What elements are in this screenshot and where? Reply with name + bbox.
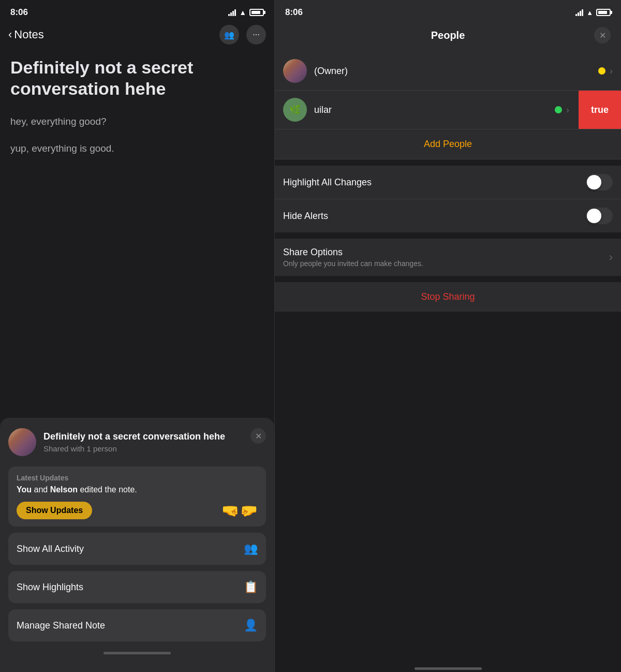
manage-shared-note-row[interactable]: Manage Shared Note 👤	[8, 609, 266, 641]
manage-shared-note-label: Manage Shared Note	[17, 620, 105, 631]
back-button[interactable]: ‹ Notes	[8, 28, 44, 41]
right-status-bar: 8:06 ▲	[275, 0, 621, 21]
add-people-label: Add People	[424, 139, 472, 149]
hide-alerts-label: Hide Alerts	[283, 211, 328, 222]
person-circle-icon: 👤	[244, 619, 258, 632]
people-body: (Owner) › 🌿 uilar › true Add People High…	[275, 52, 621, 663]
right-panel: 8:06 ▲ People ✕ (Owner) ›	[274, 0, 621, 672]
home-bar-right	[415, 667, 482, 670]
right-status-icons: ▲	[575, 9, 611, 17]
left-time: 8:06	[10, 7, 28, 18]
stop-sharing-label: Stop Sharing	[421, 291, 475, 302]
highlight-changes-toggle[interactable]	[586, 174, 613, 191]
sheet-note-title: Definitely not a secret conversation heh…	[43, 431, 225, 443]
show-highlights-row[interactable]: Show Highlights 📋	[8, 571, 266, 603]
nav-bar: ‹ Notes 👥 ···	[0, 21, 274, 51]
show-highlights-label: Show Highlights	[17, 582, 83, 593]
highlight-changes-label: Highlight All Changes	[283, 177, 372, 188]
share-options-chevron-icon: ›	[609, 251, 613, 264]
people-title: People	[302, 30, 594, 41]
toggle-knob-alerts	[587, 209, 601, 223]
left-status-icons: ▲	[228, 8, 264, 17]
hide-alerts-row: Hide Alerts	[275, 199, 621, 232]
note-body: hey, everything good? yup, everything is…	[10, 114, 264, 157]
left-panel: 8:06 ▲ ‹ Notes 👥 ···	[0, 0, 274, 672]
list-icon: 📋	[244, 580, 258, 594]
owner-name: (Owner)	[314, 66, 598, 77]
owner-status-dot	[598, 67, 605, 75]
updates-text: You and Nelson edited the note.	[17, 485, 258, 494]
sheet-title-group: Definitely not a secret conversation heh…	[43, 431, 225, 453]
owner-chevron-icon: ›	[610, 66, 613, 77]
nelson-text: Nelson	[50, 485, 78, 494]
close-icon: ✕	[255, 431, 262, 441]
sheet-header: Definitely not a secret conversation heh…	[8, 428, 266, 456]
sheet-avatar	[8, 428, 36, 456]
nav-icons: 👥 ···	[219, 25, 266, 45]
aguila-chevron-icon: ›	[566, 105, 569, 115]
right-wifi-icon: ▲	[586, 9, 593, 17]
aguila-status-dot	[555, 106, 562, 113]
edited-text: edited the note.	[78, 485, 137, 494]
updates-card: Latest Updates You and Nelson edited the…	[8, 466, 266, 527]
note-title: Definitely not a secret conversation heh…	[10, 57, 264, 99]
owner-row[interactable]: (Owner) ›	[275, 52, 621, 91]
signal-icon	[228, 9, 236, 16]
updates-bottom: Show Updates 🤜🤛	[17, 502, 258, 519]
home-indicator-right	[275, 663, 621, 672]
hide-alerts-toggle[interactable]	[586, 208, 613, 224]
sheet-subtitle: Shared with 1 person	[43, 444, 225, 453]
chevron-left-icon: ‹	[8, 28, 12, 41]
show-all-activity-label: Show All Activity	[17, 544, 84, 554]
back-label: Notes	[14, 28, 43, 41]
share-options-subtitle: Only people you invited can make changes…	[283, 259, 423, 268]
wifi-icon: ▲	[239, 8, 246, 17]
you-text: You	[17, 485, 32, 494]
bottom-sheet: Definitely not a secret conversation heh…	[0, 418, 274, 672]
show-updates-button[interactable]: Show Updates	[17, 502, 92, 519]
note-line-1: hey, everything good?	[10, 114, 264, 129]
right-signal-icon	[575, 9, 583, 16]
left-status-bar: 8:06 ▲	[0, 0, 274, 21]
right-battery-icon	[596, 9, 611, 16]
remove-button[interactable]: true	[579, 91, 621, 129]
people-icon: 👥	[224, 30, 234, 40]
note-line-2: yup, everything is good.	[10, 141, 264, 156]
collaborators-button[interactable]: 👥	[219, 25, 239, 45]
remove-label: true	[591, 105, 609, 115]
battery-icon	[249, 9, 264, 16]
home-bar-left	[103, 652, 171, 654]
stop-sharing-section[interactable]: Stop Sharing	[275, 282, 621, 312]
add-people-row[interactable]: Add People	[275, 129, 621, 159]
highlight-changes-row: Highlight All Changes	[275, 166, 621, 199]
share-options-text: Share Options Only people you invited ca…	[283, 247, 423, 268]
close-x-icon: ✕	[599, 31, 606, 40]
people-close-button[interactable]: ✕	[594, 27, 611, 43]
aguila-row[interactable]: 🌿 uilar › true	[275, 91, 621, 129]
ellipsis-icon: ···	[253, 30, 259, 39]
sheet-header-left: Definitely not a secret conversation heh…	[8, 428, 225, 456]
toggle-knob-highlight	[587, 175, 601, 189]
owner-avatar	[283, 59, 307, 83]
share-options-title: Share Options	[283, 247, 423, 258]
sheet-close-button[interactable]: ✕	[250, 428, 266, 444]
updates-emoji: 🤜🤛	[221, 502, 258, 519]
people-header: People ✕	[275, 21, 621, 52]
toggle-section: Highlight All Changes Hide Alerts	[275, 166, 621, 232]
more-options-button[interactable]: ···	[246, 25, 266, 45]
conjunction-text: and	[32, 485, 50, 494]
home-indicator-left	[8, 648, 266, 656]
updates-label: Latest Updates	[17, 474, 258, 482]
share-options-row[interactable]: Share Options Only people you invited ca…	[275, 239, 621, 276]
people-group-icon: 👥	[244, 542, 258, 556]
right-time: 8:06	[285, 7, 303, 18]
aguila-avatar: 🌿	[283, 98, 307, 122]
aguila-name: uilar	[314, 105, 555, 115]
show-all-activity-row[interactable]: Show All Activity 👥	[8, 533, 266, 565]
